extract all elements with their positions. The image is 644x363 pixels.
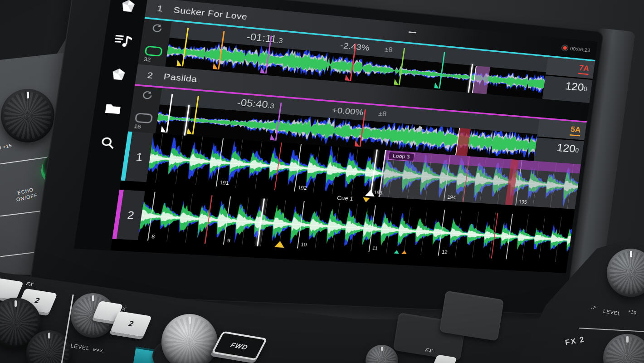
deck-number: 1 xyxy=(146,2,174,15)
time-remaining: -01:11.3 xyxy=(246,31,284,45)
loop-length: 32 xyxy=(143,56,151,63)
sync-icon[interactable] xyxy=(141,90,154,103)
loop-icon xyxy=(135,113,153,123)
record-status: 00:06:23 xyxy=(563,45,597,54)
collection-icon[interactable] xyxy=(108,66,128,83)
beat-number: 11 xyxy=(372,245,378,251)
track-title: Sucker For Love xyxy=(173,5,248,22)
cue-1-label: Cue 1 xyxy=(337,195,354,202)
beat-number: 191 xyxy=(220,180,229,186)
folder-icon[interactable] xyxy=(103,100,123,118)
pitch-range: ±8 xyxy=(384,45,393,54)
loop-icon xyxy=(145,46,163,57)
mini-cue-marker-icon xyxy=(401,250,407,254)
deck-number: 2 xyxy=(136,69,164,81)
touchscreen-display: 1 Sucker For Love 00:06:23 xyxy=(28,0,634,317)
engine-logo-icon xyxy=(118,0,138,15)
scroll-indicator xyxy=(408,31,416,33)
playhead-marker-icon xyxy=(365,190,376,196)
beat-number: 192 xyxy=(298,185,307,191)
eq-high-knob[interactable] xyxy=(1,89,54,142)
hot-cue-marker-icon xyxy=(274,241,285,248)
loop-label: Loop 3 xyxy=(388,152,415,161)
beat-number: 9 xyxy=(227,238,231,244)
pitch-percent: +0.00% xyxy=(332,105,364,118)
pitch-range: ±8 xyxy=(378,110,387,118)
search-icon[interactable] xyxy=(98,134,118,152)
time-remaining: -05:40.3 xyxy=(236,97,275,111)
beat-number: 194 xyxy=(447,195,456,201)
playlist-icon[interactable] xyxy=(113,32,133,49)
dj-controller-photo: HIGH +15 ECHOON/OFF MIC 2 ECHOON/OFF xyxy=(0,0,644,363)
beat-number: 195 xyxy=(518,199,527,205)
beat-number: 10 xyxy=(301,242,307,248)
bpm-display[interactable]: 1200 xyxy=(534,137,584,164)
engine-os-screen: 1 Sucker For Love 00:06:23 xyxy=(74,0,598,273)
record-icon xyxy=(563,46,567,49)
loop-length: 16 xyxy=(134,123,141,130)
bpm-display[interactable]: 1200 xyxy=(542,76,593,103)
record-time: 00:06:23 xyxy=(570,45,590,53)
beat-number: 12 xyxy=(441,249,448,255)
sync-icon[interactable] xyxy=(151,23,164,35)
loop-control[interactable]: 16 xyxy=(134,113,153,130)
loop-control[interactable]: 32 xyxy=(143,46,163,64)
track-title: Pasilda xyxy=(163,72,198,84)
mini-cue-marker-icon xyxy=(394,250,400,254)
cue-1-marker-icon xyxy=(362,197,370,202)
